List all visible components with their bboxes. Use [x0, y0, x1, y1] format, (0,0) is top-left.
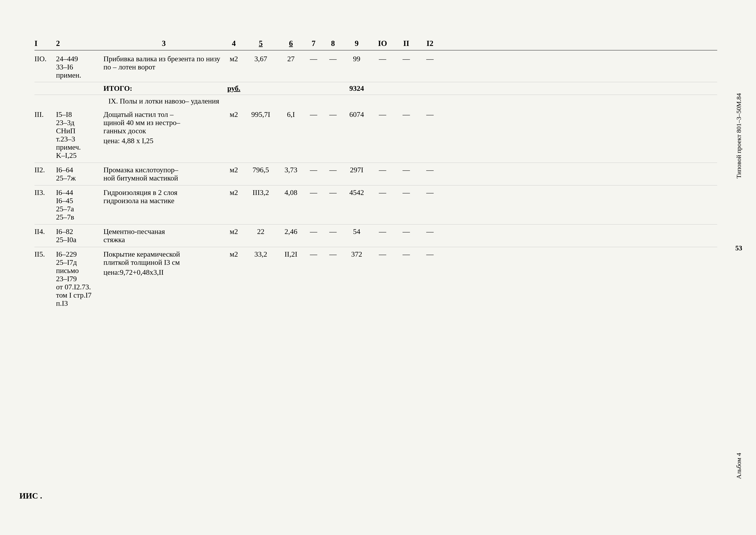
row-ref-II4: I6–82 25–I0а	[56, 228, 103, 244]
row-c11-II5: —	[394, 250, 418, 258]
col-header-6: 6	[278, 39, 304, 48]
row-desc-II5: Покрытие керамической плиткой толщиной I…	[103, 250, 224, 276]
col-header-2: 2	[56, 39, 103, 48]
row-ref-II2: I6–64 25–7ж	[56, 166, 103, 182]
row-c9-IIO: 99	[343, 55, 371, 63]
page: I 2 3 4 5 6 7 8 9 IO II I2 IIO. 24–449 3…	[0, 0, 756, 535]
row-c6-II3: 4,08	[278, 188, 304, 197]
row-c9-II3: 4542	[343, 188, 371, 197]
row-c7-II2: —	[304, 166, 323, 174]
row-ref-II5: I6–229 25–I7д письмо 23–I79 от 07.I2.73.…	[56, 250, 103, 307]
row-ref-II3: I6–44 I6–45 25–7а 25–7в	[56, 188, 103, 221]
itogo-row: ИТОГО: руб. 9324	[35, 82, 717, 95]
table-row-II4: II4. I6–82 25–I0а Цементно-песчаная стяж…	[35, 224, 717, 247]
col-header-11: II	[394, 39, 418, 48]
row-desc-II4: Цементно-песчаная стяжка	[103, 228, 224, 244]
row-unit-II4: м2	[224, 228, 244, 236]
row-c10-II3: —	[371, 188, 394, 197]
row-unit-III: м2	[224, 110, 244, 119]
row-c6-II5: II,2I	[278, 250, 304, 258]
side-label-mid: 53	[728, 226, 749, 269]
row-c10-II5: —	[371, 250, 394, 258]
row-c12-II5: —	[418, 250, 442, 258]
row-id-II4: II4.	[35, 228, 56, 236]
row-c6-IIO: 27	[278, 55, 304, 63]
row-c8-III: —	[323, 110, 343, 119]
row-c9-II4: 54	[343, 228, 371, 236]
col-header-9: 9	[343, 39, 371, 48]
col-header-8: 8	[323, 39, 343, 48]
section-ix-label: IX. Полы и лотки навозо– удаления	[103, 97, 224, 105]
row-c8-II2: —	[323, 166, 343, 174]
table-row: IIO. 24–449 33–I6 примен. Прибивка валик…	[35, 52, 717, 82]
col-header-12: I2	[418, 39, 442, 48]
row-c9-II5: 372	[343, 250, 371, 258]
row-c7-II4: —	[304, 228, 323, 236]
row-unit-II2: м2	[224, 166, 244, 174]
bottom-left-label: ИИС .	[19, 491, 42, 500]
row-c8-II5: —	[323, 250, 343, 258]
col-header-5: 5	[244, 39, 278, 48]
row-c10-II4: —	[371, 228, 394, 236]
col-header-4: 4	[224, 39, 244, 48]
row-c11-III: —	[394, 110, 418, 119]
col-header-7: 7	[304, 39, 323, 48]
row-c10-II2: —	[371, 166, 394, 174]
col-header-3: 3	[103, 39, 224, 48]
section-header-ix: IX. Полы и лотки навозо– удаления	[35, 95, 717, 107]
row-c7-III: —	[304, 110, 323, 119]
row-c10-IIO: —	[371, 55, 394, 63]
row-qty-III: 995,7I	[244, 110, 278, 119]
row-qty-IIO: 3,67	[244, 55, 278, 63]
row-c12-II3: —	[418, 188, 442, 197]
row-c7-IIO: —	[304, 55, 323, 63]
row-unit-II3: м2	[224, 188, 244, 197]
row-c9-III: 6074	[343, 110, 371, 119]
row-c7-II3: —	[304, 188, 323, 197]
row-c8-IIO: —	[323, 55, 343, 63]
row-c11-IIO: —	[394, 55, 418, 63]
row-id-II2: II2.	[35, 166, 56, 174]
row-c6-II2: 3,73	[278, 166, 304, 174]
row-qty-II5: 33,2	[244, 250, 278, 258]
row-c7-II5: —	[304, 250, 323, 258]
side-label-top: Типовой проект 801–3–50М.84	[728, 39, 749, 233]
row-ref-IIO: 24–449 33–I6 примен.	[56, 55, 103, 79]
row-desc-IIO: Прибивка валика из брезента по низу по –…	[103, 55, 224, 71]
row-c11-II3: —	[394, 188, 418, 197]
table-row-II5: II5. I6–229 25–I7д письмо 23–I79 от 07.I…	[35, 247, 717, 311]
row-unit-II5: м2	[224, 250, 244, 258]
row-c12-IIO: —	[418, 55, 442, 63]
row-ref-III: I5–I8 23–3д СНиП т.23–3 примеч. K–I,25	[56, 110, 103, 159]
table-row-II3: II3. I6–44 I6–45 25–7а 25–7в Гидроизоляц…	[35, 185, 717, 224]
row-id-II3: II3.	[35, 188, 56, 197]
row-desc-II3: Гидроизоляция в 2 слоя гидроизола на мас…	[103, 188, 224, 205]
itogo-unit: руб.	[224, 84, 244, 93]
col-header-1: I	[35, 39, 56, 48]
table-row-III: III. I5–I8 23–3д СНиП т.23–3 примеч. K–I…	[35, 107, 717, 163]
row-c12-II2: —	[418, 166, 442, 174]
col-header-10: IO	[371, 39, 394, 48]
row-c12-III: —	[418, 110, 442, 119]
row-qty-II2: 796,5	[244, 166, 278, 174]
row-c8-II4: —	[323, 228, 343, 236]
itogo-sum: 9324	[343, 84, 371, 93]
row-c6-III: 6,I	[278, 110, 304, 119]
side-label-bottom: Альбом 4	[728, 341, 749, 492]
row-c8-II3: —	[323, 188, 343, 197]
row-c10-III: —	[371, 110, 394, 119]
row-c9-II2: 297I	[343, 166, 371, 174]
row-unit-IIO: м2	[224, 55, 244, 63]
row-id-II5: II5.	[35, 250, 56, 258]
row-c12-II4: —	[418, 228, 442, 236]
table-row-II2: II2. I6–64 25–7ж Промазка кислотоупор– н…	[35, 163, 717, 185]
row-c11-II2: —	[394, 166, 418, 174]
row-c11-II4: —	[394, 228, 418, 236]
row-id-IIO: IIO.	[35, 55, 56, 63]
row-desc-II2: Промазка кислотоупор– ной битумной масти…	[103, 166, 224, 182]
row-qty-II4: 22	[244, 228, 278, 236]
itogo-label: ИТОГО:	[103, 84, 224, 93]
row-c6-II4: 2,46	[278, 228, 304, 236]
row-qty-II3: III3,2	[244, 188, 278, 197]
row-desc-III: Дощатый настил тол – щиной 40 мм из нест…	[103, 110, 224, 145]
